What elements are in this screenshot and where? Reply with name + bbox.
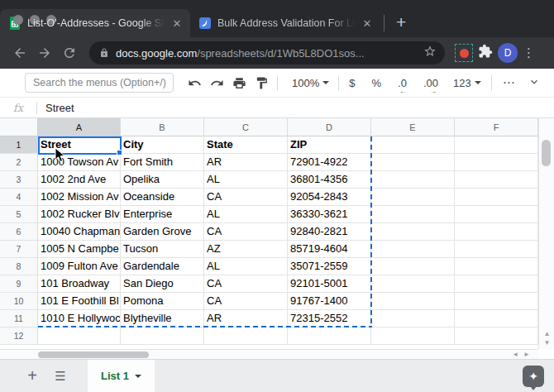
cell-A1[interactable]: Street (38, 136, 121, 154)
profile-avatar[interactable]: D (498, 43, 518, 63)
row-header-6[interactable]: 6 (0, 223, 38, 241)
cell-B3[interactable]: Opelika (121, 171, 204, 189)
cell-C3[interactable]: AL (204, 171, 288, 189)
horizontal-scrollbar-thumb[interactable] (38, 351, 149, 358)
cell-B12[interactable] (121, 327, 204, 345)
cell-E3[interactable] (371, 171, 455, 189)
cell-E9[interactable] (371, 275, 455, 293)
cell-B8[interactable]: Gardendale (121, 258, 204, 275)
undo-icon[interactable] (184, 72, 206, 93)
more-toolbar-options-button[interactable]: ⋯ (496, 75, 523, 90)
cell-F9[interactable] (455, 275, 538, 293)
row-header-4[interactable]: 4 (0, 189, 38, 206)
column-header-E[interactable]: E (371, 118, 455, 136)
horizontal-scrollbar[interactable]: ◄► (0, 349, 538, 359)
cell-D5[interactable]: 36330-3621 (288, 206, 371, 223)
cell-B9[interactable]: San Diego (121, 275, 204, 293)
cell-D4[interactable]: 92054-2843 (288, 189, 371, 206)
cell-D9[interactable]: 92101-5001 (288, 275, 371, 293)
cell-A10[interactable]: 101 E Foothill Bl (38, 293, 121, 310)
add-sheet-button[interactable]: + (18, 366, 46, 385)
cell-A5[interactable]: 1002 Rucker Blv (38, 206, 121, 223)
cell-B1[interactable]: City (121, 136, 204, 154)
print-icon[interactable] (228, 72, 251, 93)
cell-E8[interactable] (371, 258, 455, 275)
cell-E7[interactable] (371, 241, 455, 258)
cell-B2[interactable]: Fort Smith (121, 154, 204, 171)
cell-D3[interactable]: 36801-4356 (288, 171, 371, 189)
cell-F7[interactable] (455, 241, 538, 258)
cell-C8[interactable]: AL (204, 258, 288, 275)
cell-F4[interactable] (455, 189, 538, 206)
cell-E12[interactable] (371, 327, 455, 345)
extensions-puzzle-icon[interactable] (478, 44, 493, 62)
cell-C2[interactable]: AR (204, 154, 288, 171)
new-tab-button[interactable]: + (389, 12, 413, 32)
sheet-menu-caret-icon[interactable] (135, 375, 141, 378)
row-header-1[interactable]: 1 (0, 136, 38, 154)
cell-F11[interactable] (455, 310, 538, 327)
cell-F1[interactable] (455, 136, 538, 154)
browser-menu-icon[interactable]: ⋮ (523, 50, 534, 55)
cell-F6[interactable] (455, 223, 538, 241)
tab-close-icon[interactable]: ✕ (361, 17, 374, 30)
cell-E5[interactable] (371, 206, 455, 223)
cell-C9[interactable]: CA (204, 275, 288, 293)
cell-C11[interactable]: AR (204, 310, 288, 327)
cell-A8[interactable]: 1009 Fulton Ave (38, 258, 121, 275)
cell-E2[interactable] (371, 154, 455, 171)
cell-B4[interactable]: Oceanside (121, 189, 204, 206)
vertical-scroll-buttons[interactable]: ▲▼ (539, 329, 554, 347)
reload-icon[interactable] (60, 43, 79, 63)
cell-F3[interactable] (455, 171, 538, 189)
cell-A3[interactable]: 1002 2nd Ave (38, 171, 121, 189)
number-format-button[interactable]: 123 (447, 77, 487, 89)
cell-F12[interactable] (455, 327, 538, 345)
close-window-button[interactable] (13, 15, 23, 25)
cell-C1[interactable]: State (204, 136, 288, 154)
format-currency-button[interactable]: $ (343, 77, 361, 89)
cell-E11[interactable] (371, 310, 455, 327)
url-input[interactable]: docs.google.com/spreadsheets/d/1Wb5L8DO1… (89, 41, 445, 65)
cell-F5[interactable] (455, 206, 538, 223)
cell-B10[interactable]: Pomona (121, 293, 204, 310)
row-header-11[interactable]: 11 (0, 310, 38, 327)
collapse-toolbar-icon[interactable] (528, 75, 541, 91)
recorder-extension-icon[interactable] (455, 44, 473, 62)
cell-D10[interactable]: 91767-1400 (288, 293, 371, 310)
cell-E10[interactable] (371, 293, 455, 310)
tab-close-icon[interactable]: ✕ (170, 17, 184, 30)
grid-corner[interactable] (0, 118, 38, 136)
cell-D2[interactable]: 72901-4922 (288, 154, 371, 171)
cell-D6[interactable]: 92840-2821 (288, 223, 371, 241)
cell-B5[interactable]: Enterprise (121, 206, 204, 223)
cell-C7[interactable]: AZ (204, 241, 288, 258)
cell-D1[interactable]: ZIP (288, 136, 371, 154)
explore-button[interactable]: ✦ (523, 366, 544, 387)
forward-icon[interactable] (35, 43, 55, 63)
back-icon[interactable] (10, 43, 30, 63)
redo-icon[interactable] (206, 72, 228, 93)
cell-A7[interactable]: 1005 N Campbe (38, 241, 121, 258)
row-header-3[interactable]: 3 (0, 171, 38, 189)
cell-B7[interactable]: Tucson (121, 241, 204, 258)
cell-C12[interactable] (204, 327, 288, 345)
row-header-5[interactable]: 5 (0, 206, 38, 223)
cell-B11[interactable]: Blytheville (121, 310, 204, 327)
cell-C4[interactable]: CA (204, 189, 288, 206)
cell-A2[interactable]: 1000 Towson Av (38, 154, 121, 171)
cell-C6[interactable]: CA (204, 223, 288, 241)
format-percent-button[interactable]: % (365, 77, 387, 89)
increase-decimal-button[interactable]: .00→ (418, 77, 444, 89)
row-header-9[interactable]: 9 (0, 275, 38, 293)
row-header-7[interactable]: 7 (0, 241, 38, 258)
cell-F10[interactable] (455, 293, 538, 310)
column-header-A[interactable]: A (38, 118, 121, 136)
cell-E1[interactable] (371, 136, 455, 154)
sheet-tab-list1[interactable]: List 1 (88, 360, 155, 392)
column-header-B[interactable]: B (121, 118, 204, 136)
row-header-8[interactable]: 8 (0, 258, 38, 275)
cell-B6[interactable]: Garden Grove (121, 223, 204, 241)
cell-D8[interactable]: 35071-2559 (288, 258, 371, 275)
cell-D7[interactable]: 85719-4604 (288, 241, 371, 258)
